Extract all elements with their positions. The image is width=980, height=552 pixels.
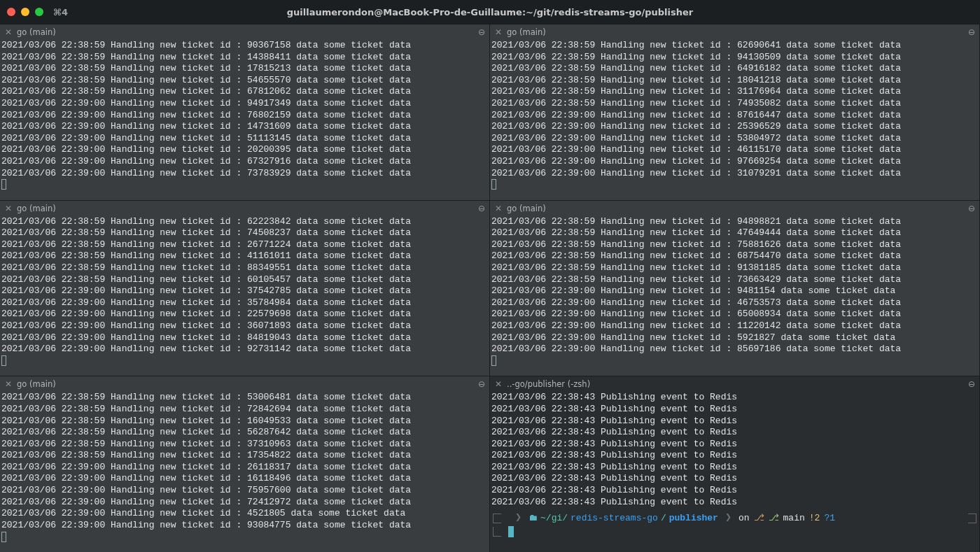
close-icon[interactable]: ✕ [4, 204, 13, 213]
terminal-output[interactable]: 2021/03/06 22:38:59 Handling new ticket … [490, 216, 979, 376]
github-icon: ⎇ [754, 512, 764, 525]
pane-header: ✕ go (main) ⊖ [0, 201, 489, 216]
pane-menu-icon[interactable]: ⊖ [968, 27, 975, 37]
close-icon[interactable]: ✕ [4, 27, 13, 37]
shell-prompt[interactable]: ❯ 🖿 ~/gi/redis-streams-go/publisher ❯ on… [490, 508, 979, 525]
cursor [491, 355, 496, 366]
close-icon[interactable]: ✕ [494, 204, 503, 213]
prompt-on: on [738, 512, 750, 525]
tab-title[interactable]: go (main) [507, 27, 546, 37]
prompt-left-decoration [493, 514, 501, 523]
tab-title[interactable]: go (main) [17, 204, 56, 213]
pane-menu-icon[interactable]: ⊖ [478, 379, 485, 389]
pane-header: ✕ go (main) ⊖ [0, 376, 489, 392]
pane-header: ✕ go (main) ⊖ [490, 201, 979, 216]
pane-grid: ✕ go (main) ⊖ 2021/03/06 22:38:59 Handli… [0, 24, 980, 552]
cursor [1, 355, 6, 366]
prompt-path-repo: redis-streams-go [570, 512, 658, 525]
prompt-right-decoration [968, 514, 976, 523]
traffic-lights [7, 8, 43, 16]
prompt-untracked: ?1 [824, 512, 835, 525]
tab-title[interactable]: go (main) [17, 27, 56, 37]
cursor [508, 526, 514, 537]
pane-menu-icon[interactable]: ⊖ [478, 27, 485, 37]
titlebar: ⌘4 guillaumerondon@MacBook-Pro-de-Guilla… [0, 0, 980, 24]
pane-header: ✕ go (main) ⊖ [490, 24, 979, 40]
pane-top-right: ✕ go (main) ⊖ 2021/03/06 22:38:59 Handli… [490, 24, 980, 200]
prompt-path-prefix: ~/gi/ [540, 512, 568, 525]
minimize-window-button[interactable] [21, 8, 29, 16]
prompt-branch: main [783, 512, 805, 525]
cursor [1, 179, 6, 190]
pane-mid-right: ✕ go (main) ⊖ 2021/03/06 22:38:59 Handli… [490, 200, 980, 376]
shell-prompt-line2[interactable] [490, 525, 979, 537]
close-window-button[interactable] [7, 8, 15, 16]
pane-mid-left: ✕ go (main) ⊖ 2021/03/06 22:38:59 Handli… [0, 200, 490, 376]
tab-title[interactable]: go (main) [17, 379, 56, 389]
pane-top-left: ✕ go (main) ⊖ 2021/03/06 22:38:59 Handli… [0, 24, 490, 200]
branch-icon: ⎇ [769, 512, 779, 525]
fullscreen-window-button[interactable] [35, 8, 43, 16]
prompt-left-decoration [493, 527, 501, 537]
chevron-right-icon: ❯ [515, 512, 522, 525]
pane-menu-icon[interactable]: ⊖ [968, 204, 975, 213]
pane-header: ✕ ..-go/publisher (-zsh) ⊖ [490, 376, 979, 392]
prompt-dirty: !2 [809, 512, 820, 525]
window-title: guillaumerondon@MacBook-Pro-de-Guillaume… [0, 7, 980, 17]
close-icon[interactable]: ✕ [494, 379, 503, 389]
pane-bottom-left: ✕ go (main) ⊖ 2021/03/06 22:38:59 Handli… [0, 376, 490, 552]
terminal-output[interactable]: 2021/03/06 22:38:43 Publishing event to … [490, 392, 979, 552]
cursor [491, 179, 496, 190]
chevron-right-icon: ❯ [725, 512, 732, 525]
pane-header: ✕ go (main) ⊖ [0, 24, 489, 40]
close-icon[interactable]: ✕ [4, 379, 13, 389]
terminal-output[interactable]: 2021/03/06 22:38:59 Handling new ticket … [0, 216, 489, 376]
titlebar-hotkey: ⌘4 [53, 7, 68, 17]
folder-icon: 🖿 [528, 512, 538, 525]
pane-bottom-right: ✕ ..-go/publisher (-zsh) ⊖ 2021/03/06 22… [490, 376, 980, 552]
terminal-output[interactable]: 2021/03/06 22:38:59 Handling new ticket … [490, 40, 979, 200]
close-icon[interactable]: ✕ [494, 27, 503, 37]
pane-menu-icon[interactable]: ⊖ [478, 204, 485, 213]
terminal-output[interactable]: 2021/03/06 22:38:59 Handling new ticket … [0, 40, 489, 200]
cursor [1, 532, 6, 542]
terminal-output[interactable]: 2021/03/06 22:38:59 Handling new ticket … [0, 392, 489, 552]
prompt-path-leaf: publisher [669, 512, 718, 525]
pane-menu-icon[interactable]: ⊖ [968, 379, 975, 389]
tab-title[interactable]: ..-go/publisher (-zsh) [507, 379, 590, 389]
tab-title[interactable]: go (main) [507, 204, 546, 213]
